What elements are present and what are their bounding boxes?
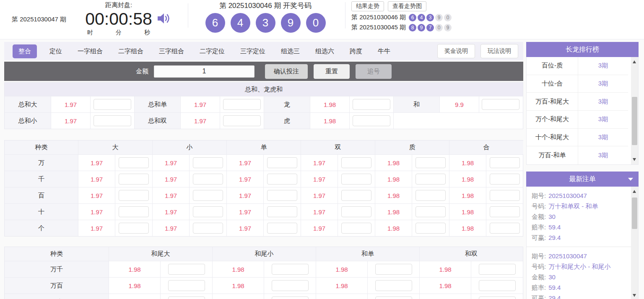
- confirm-bet-button[interactable]: 确认投注: [265, 64, 308, 79]
- bet-amount-input[interactable]: [490, 206, 520, 217]
- bet-amount-input[interactable]: [375, 264, 412, 275]
- bet-amount-input[interactable]: [267, 190, 297, 201]
- scrollbar[interactable]: [631, 57, 638, 164]
- bet-amount-input[interactable]: [490, 174, 520, 185]
- bet-amount-input[interactable]: [119, 223, 149, 234]
- bet-amount-input[interactable]: [479, 264, 516, 275]
- streak-row[interactable]: 十位-合 3期: [527, 75, 628, 93]
- tab-dingwei[interactable]: 定位: [49, 47, 62, 55]
- bet-amount-input[interactable]: [490, 157, 520, 168]
- table-row: 万 1.97 1.97 1.97 1.97 1.98 1.98: [5, 154, 523, 171]
- bet-amount-input[interactable]: [119, 174, 149, 185]
- bet-amount-input[interactable]: [193, 157, 223, 168]
- bet-amount-input[interactable]: [341, 223, 371, 234]
- bet-amount-input[interactable]: [353, 115, 390, 126]
- bet-amount-input[interactable]: [267, 157, 297, 168]
- bet-amount-input[interactable]: [415, 223, 446, 234]
- odds-value: 1.97: [226, 171, 263, 187]
- order-odds-value: 59.4: [548, 224, 561, 231]
- bet-amount-input[interactable]: [193, 223, 223, 234]
- scrollbar[interactable]: [631, 187, 638, 299]
- tab-yizi-zuhe[interactable]: 一字组合: [78, 47, 103, 55]
- bet-amount-input[interactable]: [415, 157, 446, 168]
- bet-amount-input[interactable]: [272, 264, 309, 275]
- bet-amount-input[interactable]: [353, 99, 390, 110]
- scroll-thumb[interactable]: [632, 97, 637, 145]
- bet-amount-input[interactable]: [341, 157, 371, 168]
- prize-info-button[interactable]: 奖金说明: [437, 44, 475, 58]
- view-trend-chart-button[interactable]: 查看走势图: [388, 1, 426, 11]
- streak-row[interactable]: 万百-和尾大 3期: [527, 93, 628, 111]
- bet-amount-input[interactable]: [193, 174, 223, 185]
- bet-amount-input[interactable]: [415, 174, 446, 185]
- betting-area: 整合 定位 一字组合 二字组合 三字组合 二字定位 三字定位 组选三 组选六 跨…: [4, 42, 523, 299]
- streak-row[interactable]: 万百-和单 3期: [527, 146, 628, 164]
- history-ball: 0: [435, 24, 443, 31]
- bet-option-label: 和: [393, 96, 439, 112]
- order-period-label: 期号:: [532, 192, 546, 199]
- bet-amount-input[interactable]: [119, 190, 149, 201]
- scroll-up-icon[interactable]: [633, 60, 636, 63]
- bet-amount-input[interactable]: [223, 115, 261, 126]
- tab-zuxuan-san[interactable]: 组选三: [281, 47, 300, 55]
- scroll-thumb[interactable]: [632, 198, 637, 229]
- tab-niuniu[interactable]: 牛牛: [378, 47, 390, 55]
- sidebar: 长龙排行榜 百位-质 3期 十位-合 3期 万百-和尾大 3期: [526, 42, 639, 299]
- bet-amount-input[interactable]: [267, 174, 297, 185]
- bet-amount-input[interactable]: [490, 223, 520, 234]
- bet-amount-input[interactable]: [193, 190, 223, 201]
- speaker-icon[interactable]: [157, 12, 171, 26]
- bet-amount-input[interactable]: [93, 99, 131, 110]
- scroll-down-icon[interactable]: [633, 294, 636, 297]
- amount-input[interactable]: [154, 65, 254, 78]
- tab-kuadu[interactable]: 跨度: [350, 47, 362, 55]
- odds-value: 1.97: [78, 187, 115, 203]
- bet-amount-input[interactable]: [168, 280, 205, 291]
- bet-amount-input[interactable]: [375, 296, 412, 299]
- bet-amount-input[interactable]: [479, 296, 516, 299]
- bet-amount-input[interactable]: [341, 174, 371, 185]
- odds-value: 1.97: [152, 220, 189, 236]
- bet-amount-input[interactable]: [375, 280, 412, 291]
- bet-amount-input[interactable]: [168, 264, 205, 275]
- result-trend-button[interactable]: 结果走势: [351, 1, 384, 11]
- bet-amount-input[interactable]: [193, 206, 223, 217]
- history-period-label: 第 20251030046 期: [351, 13, 406, 21]
- tab-sanzi-zuhe[interactable]: 三字组合: [159, 47, 184, 55]
- chevron-down-icon[interactable]: [628, 178, 633, 181]
- rules-info-button[interactable]: 玩法说明: [480, 44, 518, 58]
- bet-amount-input[interactable]: [482, 99, 519, 110]
- bet-amount-input[interactable]: [272, 296, 309, 299]
- scroll-up-icon[interactable]: [633, 190, 636, 193]
- bet-amount-input[interactable]: [415, 190, 446, 201]
- bet-amount-input[interactable]: [168, 296, 205, 299]
- bet-amount-input[interactable]: [479, 280, 516, 291]
- history-ball: 8: [409, 24, 416, 31]
- order-win-label: 可赢:: [532, 294, 546, 299]
- tab-sanzi-dingwei[interactable]: 三字定位: [240, 47, 265, 55]
- bet-amount-input[interactable]: [415, 206, 446, 217]
- bet-amount-input[interactable]: [119, 157, 149, 168]
- tab-zuxuan-liu[interactable]: 组选六: [315, 47, 334, 55]
- bet-amount-input[interactable]: [341, 206, 371, 217]
- tab-zhenghe[interactable]: 整合: [13, 44, 37, 58]
- order-win-value: 29.4: [548, 234, 561, 241]
- tab-erzi-zuhe[interactable]: 二字组合: [118, 47, 143, 55]
- bet-amount-input[interactable]: [490, 190, 520, 201]
- streak-row[interactable]: 万个-和尾大 3期: [527, 111, 628, 129]
- bet-amount-input[interactable]: [272, 280, 309, 291]
- streak-row[interactable]: 十个-和尾大 3期: [527, 129, 628, 147]
- bet-amount-input[interactable]: [267, 223, 297, 234]
- order-entry: 期号:20251030047 号码:万十和单双 - 和单 金额:30 赔率:59…: [527, 187, 638, 247]
- row-label: 万: [5, 155, 78, 171]
- bet-amount-input[interactable]: [223, 99, 261, 110]
- chase-number-button[interactable]: 追号: [356, 64, 392, 79]
- tab-erzi-dingwei[interactable]: 二字定位: [200, 47, 225, 55]
- scroll-down-icon[interactable]: [633, 158, 636, 161]
- reset-button[interactable]: 重置: [314, 64, 350, 79]
- bet-amount-input[interactable]: [267, 206, 297, 217]
- bet-amount-input[interactable]: [93, 115, 131, 126]
- bet-amount-input[interactable]: [119, 206, 149, 217]
- streak-row[interactable]: 百位-质 3期: [527, 57, 628, 75]
- bet-amount-input[interactable]: [341, 190, 371, 201]
